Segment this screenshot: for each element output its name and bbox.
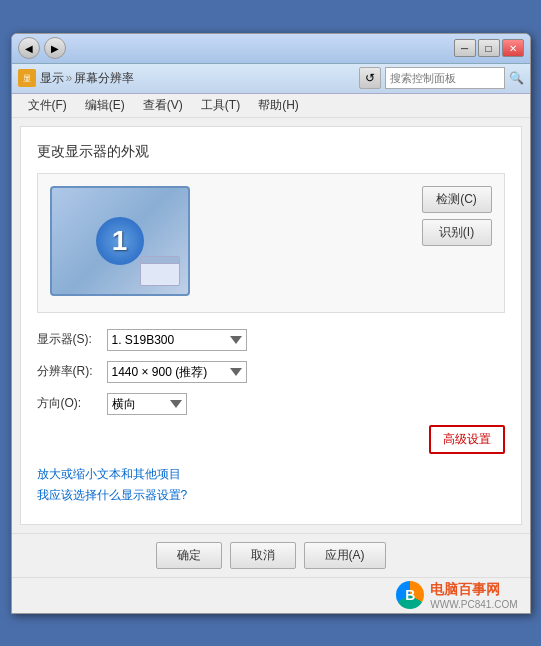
menu-tools[interactable]: 工具(T)	[193, 95, 248, 116]
monitor-settings-link[interactable]: 我应该选择什么显示器设置?	[37, 487, 505, 504]
orientation-row: 方向(O): 横向	[37, 393, 505, 415]
title-bar-left: ◀ ▶	[18, 37, 66, 59]
resolution-label: 分辨率(R):	[37, 363, 107, 380]
scale-link[interactable]: 放大或缩小文本和其他项目	[37, 466, 505, 483]
advanced-area: 高级设置	[37, 425, 505, 454]
watermark-brand: 电脑百事网 WWW.PC841.COM	[430, 581, 517, 610]
search-icon: 🔍	[509, 71, 524, 85]
ok-button[interactable]: 确定	[156, 542, 222, 569]
watermark-logo-icon: B	[396, 581, 424, 609]
forward-button[interactable]: ▶	[44, 37, 66, 59]
mini-window-overlay	[140, 256, 180, 286]
display-select[interactable]: 1. S19B300	[107, 329, 247, 351]
menu-bar: 文件(F) 编辑(E) 查看(V) 工具(T) 帮助(H)	[12, 94, 530, 118]
resolution-select[interactable]: 1440 × 900 (推荐)	[107, 361, 247, 383]
back-button[interactable]: ◀	[18, 37, 40, 59]
display-icon: 显	[18, 69, 36, 87]
footer-bar: 确定 取消 应用(A)	[12, 533, 530, 577]
main-window: ◀ ▶ ─ □ ✕ 显 显示 » 屏幕分辨率 ↺ 🔍 文件(F) 编辑(E) 查…	[11, 33, 531, 614]
resolution-row: 分辨率(R): 1440 × 900 (推荐)	[37, 361, 505, 383]
breadcrumb-part1: 显示	[40, 70, 64, 87]
title-bar: ◀ ▶ ─ □ ✕	[12, 34, 530, 64]
monitor-number: 1	[96, 217, 144, 265]
watermark-bar: B 电脑百事网 WWW.PC841.COM	[12, 577, 530, 613]
refresh-button[interactable]: ↺	[359, 67, 381, 89]
main-content: 更改显示器的外观 1 检测(C) 识别(I) 显示器(S): 1. S19B30…	[20, 126, 522, 525]
window-controls: ─ □ ✕	[454, 39, 524, 57]
orientation-select[interactable]: 横向	[107, 393, 187, 415]
breadcrumb-separator: »	[66, 71, 73, 85]
menu-edit[interactable]: 编辑(E)	[77, 95, 133, 116]
maximize-button[interactable]: □	[478, 39, 500, 57]
close-button[interactable]: ✕	[502, 39, 524, 57]
section-title: 更改显示器的外观	[37, 143, 505, 161]
orientation-label: 方向(O):	[37, 395, 107, 412]
watermark-url: WWW.PC841.COM	[430, 599, 517, 610]
monitor-actions: 检测(C) 识别(I)	[422, 186, 492, 246]
menu-help[interactable]: 帮助(H)	[250, 95, 307, 116]
monitor-preview[interactable]: 1	[50, 186, 190, 296]
detect-button[interactable]: 检测(C)	[422, 186, 492, 213]
display-row: 显示器(S): 1. S19B300	[37, 329, 505, 351]
search-input[interactable]	[385, 67, 505, 89]
links-area: 放大或缩小文本和其他项目 我应该选择什么显示器设置?	[37, 466, 505, 504]
watermark-brand-name: 电脑百事网	[430, 581, 517, 599]
menu-view[interactable]: 查看(V)	[135, 95, 191, 116]
breadcrumb-part2: 屏幕分辨率	[74, 70, 134, 87]
apply-button[interactable]: 应用(A)	[304, 542, 386, 569]
monitor-area: 1 检测(C) 识别(I)	[37, 173, 505, 313]
cancel-button[interactable]: 取消	[230, 542, 296, 569]
identify-button[interactable]: 识别(I)	[422, 219, 492, 246]
advanced-button[interactable]: 高级设置	[429, 425, 505, 454]
display-label: 显示器(S):	[37, 331, 107, 348]
address-bar: 显 显示 » 屏幕分辨率 ↺ 🔍	[12, 64, 530, 94]
minimize-button[interactable]: ─	[454, 39, 476, 57]
breadcrumb: 显示 » 屏幕分辨率	[40, 70, 355, 87]
menu-file[interactable]: 文件(F)	[20, 95, 75, 116]
